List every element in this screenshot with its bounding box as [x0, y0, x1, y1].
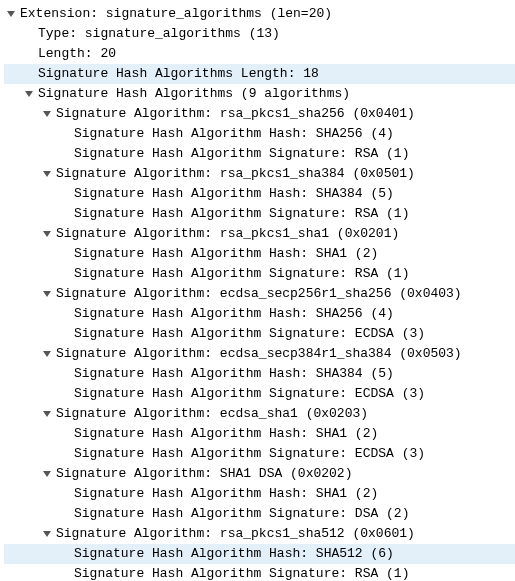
signature-hash-text: Signature Hash Algorithm Hash: SHA384 (5…	[74, 184, 394, 204]
signature-sig-text: Signature Hash Algorithm Signature: RSA …	[74, 204, 409, 224]
signature-hash-text: Signature Hash Algorithm Hash: SHA1 (2)	[74, 244, 378, 264]
signature-algorithm-text: Signature Algorithm: rsa_pkcs1_sha1 (0x0…	[56, 224, 399, 244]
signature-hash-text: Signature Hash Algorithm Hash: SHA256 (4…	[74, 304, 394, 324]
length-text: Length: 20	[38, 44, 116, 64]
chevron-down-icon	[40, 469, 54, 479]
signature-hash-text: Signature Hash Algorithm Hash: SHA1 (2)	[74, 484, 378, 504]
signature-hash-text: Signature Hash Algorithm Hash: SHA1 (2)	[74, 424, 378, 444]
signature-sig-row[interactable]: Signature Hash Algorithm Signature: RSA …	[4, 204, 515, 224]
type-row[interactable]: Type: signature_algorithms (13)	[4, 24, 515, 44]
packet-details-tree: Extension: signature_algorithms (len=20)…	[0, 0, 515, 581]
signature-algorithm-row[interactable]: Signature Algorithm: ecdsa_secp256r1_sha…	[4, 284, 515, 304]
signature-algorithm-text: Signature Algorithm: rsa_pkcs1_sha256 (0…	[56, 104, 415, 124]
signature-hash-row[interactable]: Signature Hash Algorithm Hash: SHA1 (2)	[4, 484, 515, 504]
signature-sig-row[interactable]: Signature Hash Algorithm Signature: RSA …	[4, 264, 515, 284]
signature-hash-row[interactable]: Signature Hash Algorithm Hash: SHA384 (5…	[4, 364, 515, 384]
signature-hash-text: Signature Hash Algorithm Hash: SHA256 (4…	[74, 124, 394, 144]
signature-hash-row[interactable]: Signature Hash Algorithm Hash: SHA512 (6…	[4, 544, 515, 564]
signature-sig-row[interactable]: Signature Hash Algorithm Signature: ECDS…	[4, 384, 515, 404]
signature-algorithm-row[interactable]: Signature Algorithm: ecdsa_secp384r1_sha…	[4, 344, 515, 364]
signature-algorithm-row[interactable]: Signature Algorithm: rsa_pkcs1_sha256 (0…	[4, 104, 515, 124]
signature-algorithm-text: Signature Algorithm: rsa_pkcs1_sha384 (0…	[56, 164, 415, 184]
signature-sig-row[interactable]: Signature Hash Algorithm Signature: DSA …	[4, 504, 515, 524]
signature-algorithm-text: Signature Algorithm: rsa_pkcs1_sha512 (0…	[56, 524, 415, 544]
signature-hash-row[interactable]: Signature Hash Algorithm Hash: SHA1 (2)	[4, 424, 515, 444]
signature-algorithm-text: Signature Algorithm: ecdsa_secp384r1_sha…	[56, 344, 462, 364]
chevron-down-icon	[40, 409, 54, 419]
algorithms-header-row[interactable]: Signature Hash Algorithms (9 algorithms)	[4, 84, 515, 104]
signature-algorithm-row[interactable]: Signature Algorithm: SHA1 DSA (0x0202)	[4, 464, 515, 484]
signature-hash-text: Signature Hash Algorithm Hash: SHA512 (6…	[74, 544, 394, 564]
signature-algorithm-text: Signature Algorithm: SHA1 DSA (0x0202)	[56, 464, 352, 484]
extension-header-row[interactable]: Extension: signature_algorithms (len=20)	[4, 4, 515, 24]
signature-sig-text: Signature Hash Algorithm Signature: RSA …	[74, 144, 409, 164]
algorithms-list: Signature Algorithm: rsa_pkcs1_sha256 (0…	[4, 104, 515, 581]
signature-sig-text: Signature Hash Algorithm Signature: ECDS…	[74, 444, 425, 464]
length-row[interactable]: Length: 20	[4, 44, 515, 64]
signature-sig-row[interactable]: Signature Hash Algorithm Signature: RSA …	[4, 144, 515, 164]
chevron-down-icon	[40, 109, 54, 119]
signature-sig-row[interactable]: Signature Hash Algorithm Signature: ECDS…	[4, 444, 515, 464]
signature-algorithm-row[interactable]: Signature Algorithm: rsa_pkcs1_sha384 (0…	[4, 164, 515, 184]
algorithms-header-text: Signature Hash Algorithms (9 algorithms)	[38, 84, 350, 104]
extension-header-text: Extension: signature_algorithms (len=20)	[20, 4, 332, 24]
signature-algorithm-row[interactable]: Signature Algorithm: ecdsa_sha1 (0x0203)	[4, 404, 515, 424]
signature-sig-text: Signature Hash Algorithm Signature: DSA …	[74, 504, 409, 524]
chevron-down-icon	[40, 289, 54, 299]
signature-sig-text: Signature Hash Algorithm Signature: RSA …	[74, 564, 409, 581]
signature-sig-text: Signature Hash Algorithm Signature: RSA …	[74, 264, 409, 284]
signature-sig-row[interactable]: Signature Hash Algorithm Signature: ECDS…	[4, 324, 515, 344]
signature-algorithm-text: Signature Algorithm: ecdsa_secp256r1_sha…	[56, 284, 462, 304]
chevron-down-icon	[22, 89, 36, 99]
signature-algorithm-text: Signature Algorithm: ecdsa_sha1 (0x0203)	[56, 404, 368, 424]
signature-sig-text: Signature Hash Algorithm Signature: ECDS…	[74, 324, 425, 344]
chevron-down-icon	[40, 229, 54, 239]
signature-hash-text: Signature Hash Algorithm Hash: SHA384 (5…	[74, 364, 394, 384]
sha-length-row[interactable]: Signature Hash Algorithms Length: 18	[4, 64, 515, 84]
signature-algorithm-row[interactable]: Signature Algorithm: rsa_pkcs1_sha1 (0x0…	[4, 224, 515, 244]
chevron-down-icon	[40, 169, 54, 179]
signature-hash-row[interactable]: Signature Hash Algorithm Hash: SHA256 (4…	[4, 304, 515, 324]
type-text: Type: signature_algorithms (13)	[38, 24, 280, 44]
signature-hash-row[interactable]: Signature Hash Algorithm Hash: SHA384 (5…	[4, 184, 515, 204]
signature-sig-text: Signature Hash Algorithm Signature: ECDS…	[74, 384, 425, 404]
signature-sig-row[interactable]: Signature Hash Algorithm Signature: RSA …	[4, 564, 515, 581]
signature-hash-row[interactable]: Signature Hash Algorithm Hash: SHA256 (4…	[4, 124, 515, 144]
chevron-down-icon	[40, 529, 54, 539]
signature-hash-row[interactable]: Signature Hash Algorithm Hash: SHA1 (2)	[4, 244, 515, 264]
signature-algorithm-row[interactable]: Signature Algorithm: rsa_pkcs1_sha512 (0…	[4, 524, 515, 544]
sha-length-text: Signature Hash Algorithms Length: 18	[38, 64, 319, 84]
chevron-down-icon	[4, 9, 18, 19]
chevron-down-icon	[40, 349, 54, 359]
